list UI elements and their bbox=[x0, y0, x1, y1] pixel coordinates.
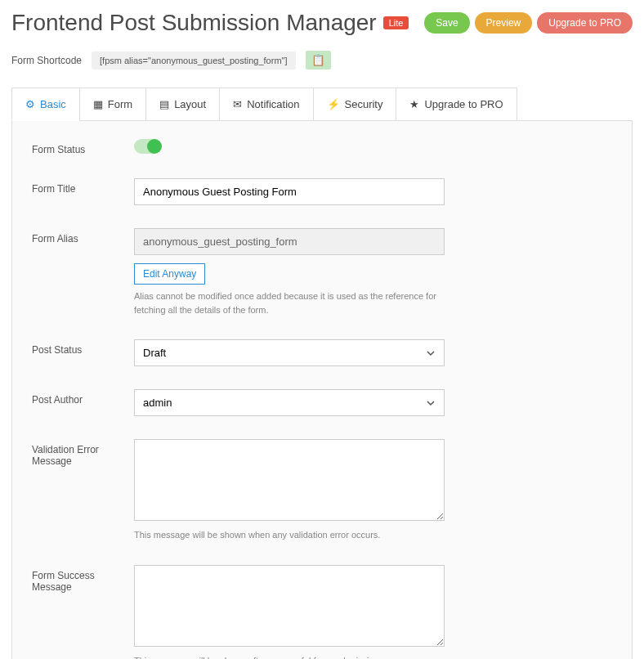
form-success-textarea[interactable] bbox=[134, 565, 445, 647]
form-title-label: Form Title bbox=[32, 178, 134, 195]
tab-label: Basic bbox=[40, 98, 66, 110]
tab-label: Form bbox=[108, 98, 132, 110]
post-author-select[interactable]: admin bbox=[134, 389, 445, 416]
edit-anyway-button[interactable]: Edit Anyway bbox=[134, 263, 205, 285]
form-status-label: Form Status bbox=[32, 139, 134, 155]
copy-shortcode-button[interactable]: 📋 bbox=[306, 51, 331, 69]
form-alias-input bbox=[134, 228, 445, 255]
tab-security[interactable]: ⚡ Security bbox=[313, 87, 397, 120]
mail-icon: ✉ bbox=[233, 98, 242, 110]
upgrade-button[interactable]: Upgrade to PRO bbox=[537, 12, 633, 34]
shortcode-value: [fpsm alias="anonymous_guest_posting_for… bbox=[92, 52, 295, 69]
post-author-label: Post Author bbox=[32, 389, 134, 406]
save-button[interactable]: Save bbox=[424, 12, 469, 34]
form-alias-label: Form Alias bbox=[32, 228, 134, 244]
tab-upgrade[interactable]: ★ Upgrade to PRO bbox=[396, 87, 517, 120]
tab-layout[interactable]: ▤ Layout bbox=[145, 87, 220, 120]
clipboard-icon: 📋 bbox=[311, 54, 325, 66]
tab-label: Layout bbox=[174, 98, 206, 110]
shortcode-label: Form Shortcode bbox=[11, 55, 82, 66]
star-icon: ★ bbox=[409, 98, 419, 110]
lite-badge: Lite bbox=[383, 16, 409, 29]
bolt-icon: ⚡ bbox=[327, 98, 340, 110]
validation-error-textarea[interactable] bbox=[134, 439, 445, 521]
tabs-nav: ⚙ Basic ▦ Form ▤ Layout ✉ Notification ⚡… bbox=[11, 87, 633, 121]
page-title: Frontend Post Submission Manager bbox=[11, 10, 377, 36]
form-alias-help: Alias cannot be modified once added beca… bbox=[134, 289, 445, 316]
validation-error-help: This message will be shown when any vali… bbox=[134, 528, 445, 542]
layout-icon: ▤ bbox=[159, 98, 169, 110]
tab-content: Form Status Form Title Form Alias Edit A… bbox=[11, 121, 633, 659]
validation-error-label: Validation Error Message bbox=[32, 439, 134, 467]
tab-label: Security bbox=[345, 98, 383, 110]
post-status-select[interactable]: Draft bbox=[134, 339, 445, 366]
tab-basic[interactable]: ⚙ Basic bbox=[11, 87, 80, 121]
tab-form[interactable]: ▦ Form bbox=[79, 87, 146, 120]
form-status-toggle[interactable] bbox=[134, 139, 160, 154]
form-success-help: This message will be shown after success… bbox=[134, 654, 445, 660]
preview-button[interactable]: Preview bbox=[475, 12, 533, 34]
tab-label: Upgrade to PRO bbox=[424, 98, 503, 110]
toggle-knob bbox=[147, 139, 162, 154]
tab-label: Notification bbox=[247, 98, 299, 110]
gear-icon: ⚙ bbox=[25, 98, 35, 110]
tab-notification[interactable]: ✉ Notification bbox=[219, 87, 313, 120]
post-status-label: Post Status bbox=[32, 339, 134, 356]
form-icon: ▦ bbox=[93, 98, 103, 110]
form-title-input[interactable] bbox=[134, 178, 445, 205]
form-success-label: Form Success Message bbox=[32, 565, 134, 593]
